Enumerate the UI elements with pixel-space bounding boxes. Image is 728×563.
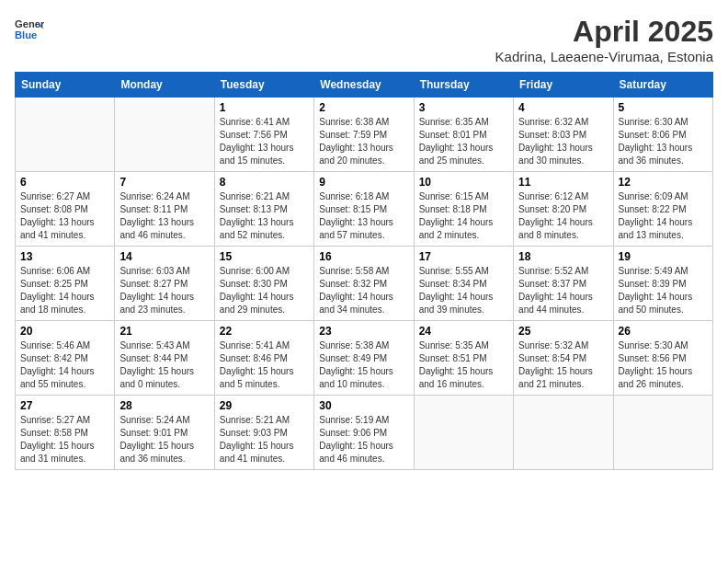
calendar-week-row: 6Sunrise: 6:27 AMSunset: 8:08 PMDaylight…: [16, 172, 713, 247]
day-of-week-header: Wednesday: [314, 73, 414, 98]
calendar-cell: 4Sunrise: 6:32 AMSunset: 8:03 PMDaylight…: [514, 98, 613, 172]
day-of-week-header: Saturday: [613, 73, 712, 98]
calendar-cell: 2Sunrise: 6:38 AMSunset: 7:59 PMDaylight…: [314, 98, 414, 172]
day-number: 23: [319, 325, 408, 338]
day-info: Sunrise: 6:24 AMSunset: 8:11 PMDaylight:…: [119, 190, 209, 242]
calendar-cell: 30Sunrise: 5:19 AMSunset: 9:06 PMDayligh…: [314, 396, 414, 470]
day-info: Sunrise: 5:58 AMSunset: 8:32 PMDaylight:…: [319, 265, 408, 316]
day-info: Sunrise: 5:27 AMSunset: 8:58 PMDaylight:…: [20, 414, 109, 465]
day-number: 18: [518, 250, 608, 263]
day-info: Sunrise: 6:32 AMSunset: 8:03 PMDaylight:…: [518, 116, 608, 167]
day-info: Sunrise: 6:03 AMSunset: 8:27 PMDaylight:…: [119, 265, 209, 316]
calendar-cell: [514, 396, 613, 470]
day-info: Sunrise: 5:46 AMSunset: 8:42 PMDaylight:…: [20, 339, 109, 391]
day-number: 26: [619, 325, 708, 338]
day-number: 9: [319, 176, 408, 189]
day-number: 3: [419, 101, 508, 114]
calendar-cell: 18Sunrise: 5:52 AMSunset: 8:37 PMDayligh…: [514, 247, 613, 321]
day-info: Sunrise: 5:38 AMSunset: 8:49 PMDaylight:…: [319, 339, 408, 391]
day-of-week-header: Thursday: [414, 73, 513, 98]
day-number: 20: [20, 325, 109, 338]
calendar-cell: 13Sunrise: 6:06 AMSunset: 8:25 PMDayligh…: [16, 247, 115, 321]
day-info: Sunrise: 6:00 AMSunset: 8:30 PMDaylight:…: [220, 265, 309, 316]
day-number: 22: [220, 325, 309, 338]
day-of-week-header: Monday: [115, 73, 214, 98]
svg-text:Blue: Blue: [15, 29, 37, 40]
calendar-week-row: 1Sunrise: 6:41 AMSunset: 7:56 PMDaylight…: [16, 98, 713, 172]
calendar-cell: 5Sunrise: 6:30 AMSunset: 8:06 PMDaylight…: [613, 98, 712, 172]
day-number: 16: [319, 250, 408, 263]
day-of-week-header: Sunday: [16, 73, 115, 98]
day-info: Sunrise: 6:06 AMSunset: 8:25 PMDaylight:…: [20, 265, 109, 316]
header: General Blue April 2025 Kadrina, Laeaene…: [15, 15, 713, 64]
calendar-cell: [16, 98, 115, 172]
day-number: 12: [619, 176, 708, 189]
day-info: Sunrise: 5:52 AMSunset: 8:37 PMDaylight:…: [518, 265, 608, 316]
day-number: 21: [119, 325, 209, 338]
day-number: 6: [20, 176, 109, 189]
calendar-cell: 1Sunrise: 6:41 AMSunset: 7:56 PMDaylight…: [214, 98, 313, 172]
calendar-cell: 24Sunrise: 5:35 AMSunset: 8:51 PMDayligh…: [414, 321, 513, 396]
calendar-cell: 12Sunrise: 6:09 AMSunset: 8:22 PMDayligh…: [613, 172, 712, 247]
day-info: Sunrise: 5:30 AMSunset: 8:56 PMDaylight:…: [619, 339, 708, 391]
calendar-cell: 26Sunrise: 5:30 AMSunset: 8:56 PMDayligh…: [613, 321, 712, 396]
day-number: 8: [220, 176, 309, 189]
calendar-header-row: SundayMondayTuesdayWednesdayThursdayFrid…: [16, 73, 713, 98]
calendar-cell: 16Sunrise: 5:58 AMSunset: 8:32 PMDayligh…: [314, 247, 414, 321]
calendar-cell: 29Sunrise: 5:21 AMSunset: 9:03 PMDayligh…: [214, 396, 313, 470]
logo: General Blue: [15, 15, 44, 44]
day-info: Sunrise: 5:49 AMSunset: 8:39 PMDaylight:…: [619, 265, 708, 316]
day-info: Sunrise: 6:12 AMSunset: 8:20 PMDaylight:…: [518, 190, 608, 242]
calendar-cell: [613, 396, 712, 470]
day-number: 11: [518, 176, 608, 189]
day-info: Sunrise: 5:43 AMSunset: 8:44 PMDaylight:…: [119, 339, 209, 391]
day-info: Sunrise: 6:30 AMSunset: 8:06 PMDaylight:…: [619, 116, 708, 167]
calendar-week-row: 27Sunrise: 5:27 AMSunset: 8:58 PMDayligh…: [16, 396, 713, 470]
day-info: Sunrise: 5:32 AMSunset: 8:54 PMDaylight:…: [518, 339, 608, 391]
calendar-cell: 11Sunrise: 6:12 AMSunset: 8:20 PMDayligh…: [514, 172, 613, 247]
calendar-cell: 8Sunrise: 6:21 AMSunset: 8:13 PMDaylight…: [214, 172, 313, 247]
calendar-cell: 28Sunrise: 5:24 AMSunset: 9:01 PMDayligh…: [115, 396, 214, 470]
calendar-cell: 14Sunrise: 6:03 AMSunset: 8:27 PMDayligh…: [115, 247, 214, 321]
calendar-table: SundayMondayTuesdayWednesdayThursdayFrid…: [15, 72, 713, 470]
calendar-cell: [414, 396, 513, 470]
day-info: Sunrise: 5:19 AMSunset: 9:06 PMDaylight:…: [319, 414, 408, 465]
day-number: 4: [518, 101, 608, 114]
day-number: 1: [220, 101, 309, 114]
calendar-cell: 19Sunrise: 5:49 AMSunset: 8:39 PMDayligh…: [613, 247, 712, 321]
day-info: Sunrise: 5:55 AMSunset: 8:34 PMDaylight:…: [419, 265, 508, 316]
day-of-week-header: Tuesday: [214, 73, 313, 98]
calendar-cell: 17Sunrise: 5:55 AMSunset: 8:34 PMDayligh…: [414, 247, 513, 321]
day-number: 10: [419, 176, 508, 189]
calendar-cell: 15Sunrise: 6:00 AMSunset: 8:30 PMDayligh…: [214, 247, 313, 321]
calendar-week-row: 20Sunrise: 5:46 AMSunset: 8:42 PMDayligh…: [16, 321, 713, 396]
title-area: April 2025 Kadrina, Laeaene-Virumaa, Est…: [495, 15, 713, 64]
day-info: Sunrise: 5:35 AMSunset: 8:51 PMDaylight:…: [419, 339, 508, 391]
calendar-cell: 3Sunrise: 6:35 AMSunset: 8:01 PMDaylight…: [414, 98, 513, 172]
calendar-cell: 6Sunrise: 6:27 AMSunset: 8:08 PMDaylight…: [16, 172, 115, 247]
calendar-cell: 27Sunrise: 5:27 AMSunset: 8:58 PMDayligh…: [16, 396, 115, 470]
calendar-cell: 9Sunrise: 6:18 AMSunset: 8:15 PMDaylight…: [314, 172, 414, 247]
day-info: Sunrise: 6:18 AMSunset: 8:15 PMDaylight:…: [319, 190, 408, 242]
calendar-cell: 20Sunrise: 5:46 AMSunset: 8:42 PMDayligh…: [16, 321, 115, 396]
month-title: April 2025: [495, 15, 713, 49]
day-number: 5: [619, 101, 708, 114]
day-number: 30: [319, 399, 408, 412]
day-number: 2: [319, 101, 408, 114]
calendar-cell: [115, 98, 214, 172]
calendar-cell: 23Sunrise: 5:38 AMSunset: 8:49 PMDayligh…: [314, 321, 414, 396]
day-info: Sunrise: 5:24 AMSunset: 9:01 PMDaylight:…: [119, 414, 209, 465]
day-number: 15: [220, 250, 309, 263]
day-number: 24: [419, 325, 508, 338]
day-number: 28: [119, 399, 209, 412]
calendar-cell: 10Sunrise: 6:15 AMSunset: 8:18 PMDayligh…: [414, 172, 513, 247]
day-number: 13: [20, 250, 109, 263]
calendar-cell: 7Sunrise: 6:24 AMSunset: 8:11 PMDaylight…: [115, 172, 214, 247]
day-number: 25: [518, 325, 608, 338]
calendar-cell: 25Sunrise: 5:32 AMSunset: 8:54 PMDayligh…: [514, 321, 613, 396]
logo-icon: General Blue: [15, 15, 44, 44]
day-number: 19: [619, 250, 708, 263]
day-info: Sunrise: 5:41 AMSunset: 8:46 PMDaylight:…: [220, 339, 309, 391]
day-number: 7: [119, 176, 209, 189]
day-of-week-header: Friday: [514, 73, 613, 98]
